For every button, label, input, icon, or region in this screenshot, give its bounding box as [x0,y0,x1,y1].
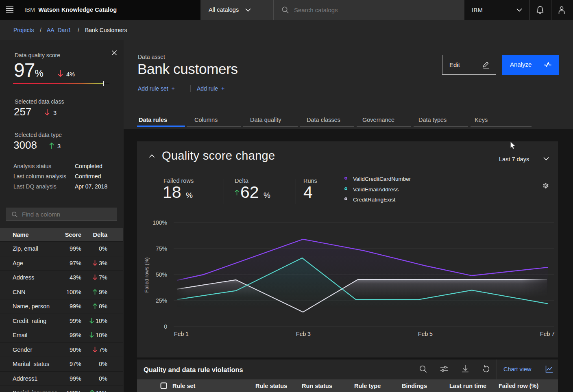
svg-text:100%: 100% [153,219,167,226]
svg-text:Feb 7: Feb 7 [540,331,555,337]
svg-text:50%: 50% [156,271,167,278]
svg-text:75%: 75% [156,245,167,252]
svg-text:Feb 1: Feb 1 [174,331,189,337]
svg-text:0: 0 [164,323,167,330]
svg-text:25%: 25% [156,297,167,304]
svg-text:Feb 5: Feb 5 [418,331,433,337]
svg-text:Failed rows (%): Failed rows (%) [144,258,150,293]
svg-text:Feb 3: Feb 3 [296,331,311,337]
